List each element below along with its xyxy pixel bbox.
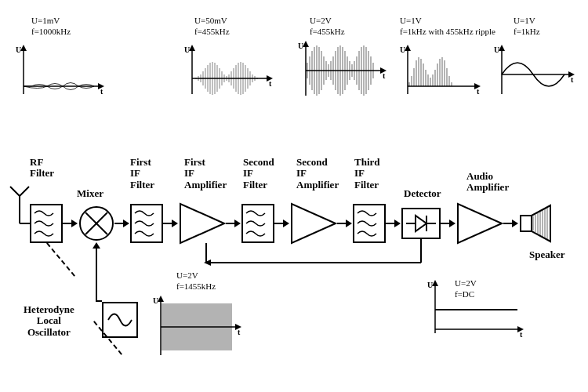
svg-text:U: U [184,45,190,54]
signal5-freq: f=1kHz [514,27,540,36]
waveform-signal3: Ut [298,39,392,102]
arrow-mixer-if1 [114,223,129,224]
svg-text:U: U [427,281,433,289]
second-if-filter-label: Second IF Filter [243,157,274,191]
antenna-icon [8,184,31,227]
waveform-signal2: Ut [184,43,278,102]
svg-marker-117 [458,204,502,243]
svg-line-106 [10,187,20,196]
svg-text:t: t [238,328,241,336]
svg-marker-129 [204,260,211,266]
svg-text:t: t [383,71,386,80]
mixer-label: Mixer [77,188,103,199]
speaker-label: Speaker [529,249,565,260]
audio-amp-block [456,202,503,245]
waveform-signal4: Ut [400,43,486,102]
svg-text:U: U [298,42,303,50]
svg-marker-111 [180,204,224,243]
signal3-voltage: U=2V [310,16,332,25]
first-if-filter-block [130,204,163,243]
waveform-signal7: Ut [427,278,529,341]
hlo-block [102,302,138,338]
signal1-freq: f=1000kHz [31,27,71,36]
signal4-freq: f=1kHz with 455kHz ripple [400,27,495,36]
detector-label: Detector [404,188,441,199]
signal2-freq: f=455kHz [194,27,230,36]
svg-text:U: U [153,296,158,305]
svg-text:U: U [400,45,405,54]
waveform-signal6: Ut [153,294,247,361]
waveform-signal5: Ut [494,43,580,102]
detector-block [401,208,441,239]
svg-text:t: t [269,79,272,88]
third-if-filter-label: Third IF Filter [354,157,380,191]
signal3-freq: f=455kHz [310,27,345,36]
svg-rect-118 [521,216,532,231]
svg-text:t: t [100,87,103,96]
arrow-if2f-if2a [274,223,289,224]
rf-filter-label: RF Filter [30,157,54,180]
first-if-filter-label: First IF Filter [130,157,154,191]
svg-text:U: U [16,45,21,54]
first-if-amp-label: First IF Amplifier [184,157,227,191]
arrow-if1f-if1a [163,223,177,224]
arrow-hlo-mixer [96,243,97,302]
hlo-label: Heterodyne Local Oscillator [24,304,74,338]
second-if-amp-block [290,202,337,245]
arrow-amp-speaker [503,223,517,224]
signal6-voltage: U=2V [176,270,198,280]
rf-filter-block [30,204,63,243]
arrow-det-amp [441,223,455,224]
svg-text:t: t [477,87,480,96]
svg-marker-119 [532,205,550,241]
feedback-agc-line [200,239,427,270]
third-if-filter-block [353,204,386,243]
audio-amp-label: Audio Amplifier [466,171,509,194]
signal2-voltage: U=50mV [194,16,227,25]
svg-text:t: t [520,330,523,339]
mixer-block [78,205,114,241]
waveform-signal1: Ut [16,43,110,102]
svg-text:t: t [571,75,574,84]
first-if-amp-block [179,202,226,245]
signal5-voltage: U=1V [514,16,535,25]
signal4-voltage: U=1V [400,16,422,25]
tuning-dash-1 [46,242,75,276]
speaker-icon [519,204,558,243]
signal1-voltage: U=1mV [31,16,60,25]
signal6-freq: f=1455kHz [176,281,216,291]
arrow-if1a-if2f [226,223,240,224]
svg-line-107 [20,187,29,196]
svg-text:U: U [494,45,499,54]
second-if-amp-label: Second IF Amplifier [296,157,339,191]
arrow-if2a-if3f [337,223,351,224]
svg-marker-112 [292,204,336,243]
second-if-filter-block [241,204,274,243]
svg-marker-114 [416,216,426,231]
arrow-if3f-det [386,223,400,224]
arrow-rf-mixer [63,223,77,224]
